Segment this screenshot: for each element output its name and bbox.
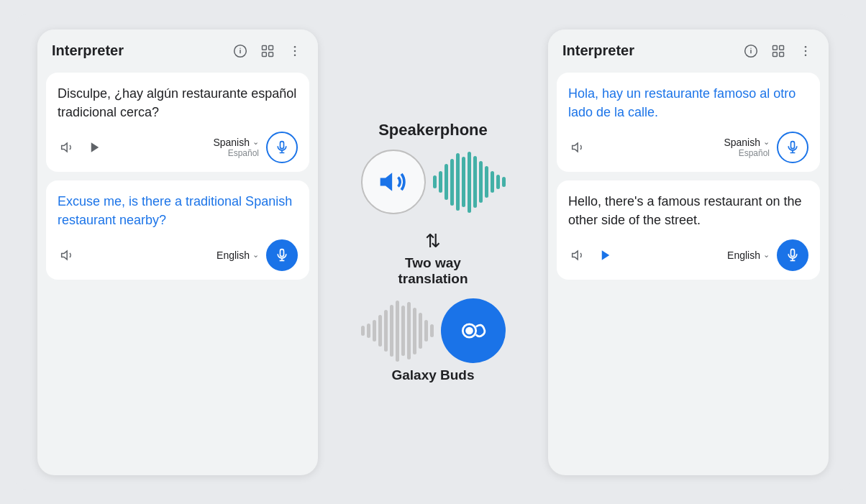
right-msg1-text: Hola, hay un restaurante famoso al otro …	[568, 84, 808, 122]
svg-rect-3	[263, 45, 267, 50]
grid-button-right[interactable]	[770, 42, 787, 60]
right-msg2-footer: English ⌄	[568, 239, 808, 271]
svg-rect-33	[791, 141, 795, 148]
info-button-left[interactable]	[232, 42, 249, 60]
svg-point-8	[294, 50, 296, 52]
svg-rect-5	[263, 52, 267, 56]
svg-rect-25	[773, 45, 778, 50]
galaxy-visual	[361, 298, 506, 363]
svg-point-24	[750, 47, 751, 48]
speakerphone-section: Speakerphone	[361, 121, 506, 214]
play-btn-left1[interactable]	[85, 137, 105, 157]
svg-rect-38	[791, 249, 795, 257]
lang-selector-left2[interactable]: English ⌄	[216, 249, 259, 261]
svg-marker-32	[573, 143, 578, 152]
speakerphone-title: Speakerphone	[378, 121, 488, 139]
mic-btn-left1[interactable]	[266, 132, 298, 163]
right-header: Interpreter	[548, 29, 829, 68]
right-message-2: Hello, there's a famous restaurant on th…	[557, 180, 820, 280]
svg-point-31	[805, 54, 807, 56]
two-way-section: ⇅ Two way translation	[398, 230, 468, 287]
svg-marker-36	[573, 251, 578, 260]
galaxy-waveform	[361, 302, 434, 359]
app-wrapper: Interpreter	[14, 14, 852, 490]
svg-rect-26	[780, 45, 784, 50]
svg-rect-16	[281, 249, 284, 257]
svg-marker-19	[380, 173, 392, 191]
svg-rect-27	[773, 52, 778, 56]
galaxy-section: Galaxy Buds	[361, 298, 506, 383]
left-msg1-footer-right: Spanish ⌄ Español	[213, 132, 298, 163]
right-msg2-text: Hello, there's a famous restaurant on th…	[568, 192, 808, 229]
svg-point-9	[294, 54, 296, 56]
svg-point-21	[466, 328, 471, 333]
left-msg2-footer-right: English ⌄	[216, 239, 298, 271]
right-message-1: Hola, hay un restaurante famoso al otro …	[557, 73, 820, 172]
left-msg1-footer-left	[58, 137, 105, 157]
right-msg1-footer-right: Spanish ⌄ Español	[724, 132, 808, 163]
svg-point-29	[805, 45, 807, 47]
speaker-circle[interactable]	[361, 150, 426, 214]
svg-rect-6	[269, 52, 273, 56]
svg-marker-15	[62, 251, 68, 260]
volume-btn-left1[interactable]	[58, 137, 78, 157]
swap-icon: ⇅	[425, 230, 441, 252]
speakerphone-visual	[361, 150, 506, 214]
mic-btn-right2[interactable]	[777, 239, 808, 271]
svg-marker-10	[62, 143, 68, 152]
left-message-1: Disculpe, ¿hay algún restaurante español…	[46, 73, 309, 172]
lang-selector-right1[interactable]: Spanish ⌄ Español	[724, 137, 770, 158]
right-header-icons	[742, 42, 814, 60]
left-msg2-text: Excuse me, is there a traditional Spanis…	[58, 192, 298, 229]
left-message-2: Excuse me, is there a traditional Spanis…	[46, 180, 309, 280]
galaxy-title: Galaxy Buds	[391, 367, 474, 383]
right-title: Interpreter	[562, 42, 742, 59]
speakerphone-waveform	[433, 153, 506, 211]
right-msg1-footer-left	[568, 137, 588, 157]
volume-btn-left2[interactable]	[58, 245, 78, 265]
volume-btn-right1[interactable]	[568, 137, 588, 157]
svg-point-7	[294, 45, 296, 47]
left-header: Interpreter	[37, 29, 318, 68]
svg-rect-28	[780, 52, 784, 56]
right-phone-card: Interpreter	[548, 29, 829, 475]
right-msg2-footer-right: English ⌄	[727, 239, 808, 271]
lang-selector-right2[interactable]: English ⌄	[727, 249, 770, 261]
left-phone-card: Interpreter	[37, 29, 318, 475]
svg-marker-11	[91, 142, 99, 152]
more-button-right[interactable]	[797, 42, 814, 60]
svg-point-30	[805, 50, 807, 52]
volume-btn-right2[interactable]	[568, 245, 588, 265]
two-way-title: Two way translation	[398, 255, 468, 287]
svg-rect-12	[281, 141, 284, 148]
lang-selector-left1[interactable]: Spanish ⌄ Español	[213, 137, 259, 158]
mic-btn-right1[interactable]	[777, 132, 808, 163]
mic-btn-left2[interactable]	[266, 239, 298, 271]
right-msg1-footer: Spanish ⌄ Español	[568, 132, 808, 163]
svg-rect-4	[269, 45, 273, 50]
left-header-icons	[232, 42, 304, 60]
left-msg1-footer: Spanish ⌄ Español	[58, 132, 298, 163]
more-button-left[interactable]	[286, 42, 304, 60]
svg-point-2	[240, 47, 240, 48]
play-btn-right2[interactable]	[596, 245, 616, 265]
info-button-right[interactable]	[742, 42, 760, 60]
center-panel: Speakerphone ⇅ Two way translation	[318, 29, 548, 475]
left-title: Interpreter	[52, 42, 232, 59]
svg-marker-37	[602, 250, 610, 260]
left-msg1-text: Disculpe, ¿hay algún restaurante español…	[58, 84, 298, 122]
right-msg2-footer-left	[568, 245, 616, 265]
grid-button-left[interactable]	[259, 42, 276, 60]
left-msg2-footer: English ⌄	[58, 239, 298, 271]
galaxy-btn[interactable]	[441, 298, 506, 363]
left-msg2-footer-left	[58, 245, 78, 265]
